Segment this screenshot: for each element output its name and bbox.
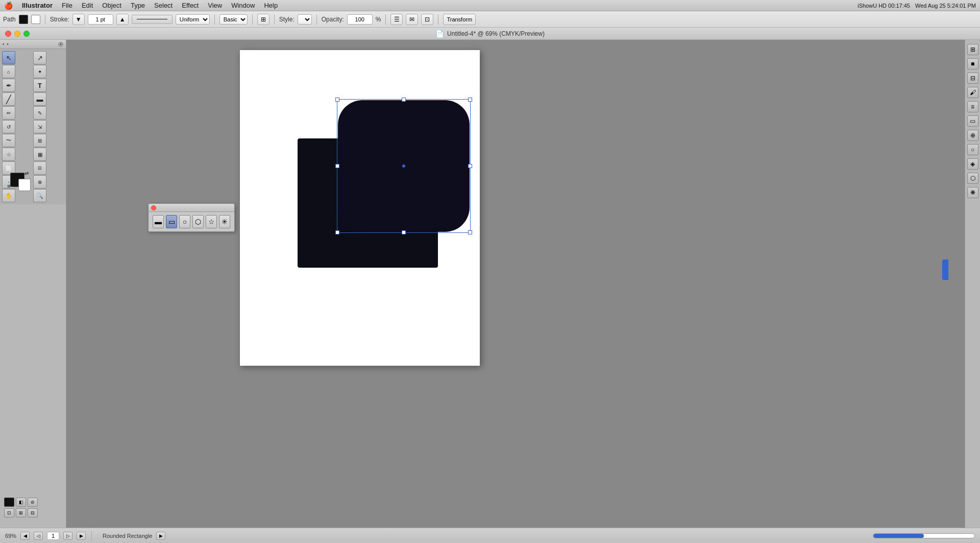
stroke-weight-up[interactable]: ▲ <box>116 14 129 25</box>
column-graph-tool-btn[interactable]: ▦ <box>33 148 46 161</box>
rounded-rect-shape-btn[interactable]: ▭ <box>166 215 177 228</box>
symbol-sprayer-tool-btn[interactable]: ☆ <box>2 148 15 161</box>
libraries-icon[interactable]: ⊞ <box>967 44 978 55</box>
shape-panel-close-btn[interactable] <box>151 205 156 210</box>
draw-normal-btn[interactable]: ⊡ <box>4 508 14 517</box>
document-icon: 📄 <box>435 30 444 38</box>
fill-swatch[interactable] <box>19 15 28 24</box>
right-panel: ⊞ ■ ⊟ 🖌 ≡ ▭ ⊕ ○ ◈ ⬡ ❋ <box>965 40 980 528</box>
minimize-window-btn[interactable] <box>14 31 20 37</box>
apple-menu[interactable]: 🍎 <box>4 2 13 10</box>
appearance-icon[interactable]: ⊕ <box>967 130 978 141</box>
menu-file[interactable]: File <box>62 2 72 9</box>
draw-inside-btn[interactable]: ⊞ <box>16 508 26 517</box>
nav-last-btn[interactable]: ▷ <box>63 532 72 540</box>
default-colors-btn[interactable]: ⊠ <box>7 184 11 188</box>
lasso-tool-btn[interactable]: ⌂ <box>2 65 15 78</box>
options-bar: Path Stroke: ▼ ▲ Uniform Basic ⊞ Style: … <box>0 11 980 28</box>
layers-icon[interactable]: ⬡ <box>967 173 978 184</box>
stroke-swatch[interactable] <box>31 15 40 24</box>
nav-prev-btn[interactable]: ◀ <box>20 532 30 540</box>
close-window-btn[interactable] <box>5 31 11 37</box>
menu-object[interactable]: Object <box>102 2 121 9</box>
pen-tool-btn[interactable]: ✒ <box>2 79 15 92</box>
direct-selection-tool-btn[interactable]: ↗ <box>33 51 46 64</box>
color-panel-icon[interactable]: ■ <box>967 58 978 69</box>
stroke-profile-select[interactable]: Basic <box>219 14 248 25</box>
stroke-weight-input[interactable] <box>88 14 113 25</box>
menu-effect[interactable]: Effect <box>182 2 199 9</box>
swatches-panel-icon[interactable]: ⊟ <box>967 73 978 84</box>
document-title: Untitled-4* @ 69% (CMYK/Preview) <box>447 30 545 37</box>
menu-type[interactable]: Type <box>131 2 145 9</box>
pencil-tool-btn[interactable]: ✎ <box>33 106 46 120</box>
style-select[interactable] <box>298 14 312 25</box>
rectangle-shape-btn[interactable]: ▬ <box>153 215 164 228</box>
pathfinder-icon[interactable]: ◈ <box>967 158 978 170</box>
menu-view[interactable]: View <box>208 2 222 9</box>
menu-window[interactable]: Window <box>231 2 255 9</box>
paintbrush-tool-btn[interactable]: ✏ <box>2 106 15 120</box>
gradient-indicator[interactable]: ◧ <box>16 498 26 507</box>
blue-side-tab[interactable] <box>942 259 948 280</box>
shape-panel-body: ▬ ▭ ○ ⬡ ☆ ✳ <box>149 212 234 231</box>
stroke-weight-down[interactable]: ▼ <box>72 14 85 25</box>
shape-panel-header[interactable] <box>149 204 234 212</box>
zoom-window-btn[interactable] <box>23 31 30 37</box>
recorder-status: iShowU HD 00:17:45 <box>857 3 910 9</box>
warp-tool-btn[interactable]: 〜 <box>2 134 15 147</box>
rotate-tool-btn[interactable]: ↺ <box>2 120 15 133</box>
toolbar-close-btn[interactable]: × <box>58 42 63 47</box>
line-segment-tool-btn[interactable]: ╱ <box>2 92 15 106</box>
align-icon[interactable]: ○ <box>967 144 978 155</box>
menu-help[interactable]: Help <box>264 2 278 9</box>
toolbar: • • × ↖ ↗ ⌂ ✦ ✒ T ╱ ▬ ✏ ✎ ↺ ⇲ 〜 ⊞ ☆ <box>0 40 66 528</box>
scale-tool-btn[interactable]: ⇲ <box>33 120 46 133</box>
selection-tool-btn[interactable]: ↖ <box>2 51 15 64</box>
status-progress-bar <box>873 533 975 538</box>
flare-shape-btn[interactable]: ✳ <box>219 215 230 228</box>
stroke-type-select[interactable]: Uniform <box>176 14 210 25</box>
center-dot <box>402 164 405 168</box>
fill-indicator[interactable] <box>4 498 14 507</box>
transform-button[interactable]: Transform <box>443 14 476 25</box>
menubar-right: iShowU HD 00:17:45 Wed Aug 25 5:24:01 PM <box>857 3 976 9</box>
width-height-link-btn[interactable]: ⊞ <box>257 14 270 25</box>
menu-illustrator[interactable]: Illustrator <box>22 2 53 9</box>
opacity-input[interactable] <box>347 14 373 25</box>
page-number-input[interactable] <box>47 532 59 540</box>
tool-options-arrow[interactable]: ▶ <box>156 532 165 540</box>
free-transform-tool-btn[interactable]: ⊞ <box>33 134 46 147</box>
transform-btn[interactable]: ⊡ <box>421 14 433 25</box>
type-tool-btn[interactable]: T <box>33 79 46 92</box>
envelope-btn[interactable]: ✉ <box>406 14 418 25</box>
graphic-styles-icon[interactable]: ▭ <box>967 115 978 127</box>
shape-front-selected[interactable] <box>338 100 470 232</box>
toolbar-drag-handle[interactable]: • • <box>3 41 9 47</box>
symbols-panel-icon[interactable]: ≡ <box>967 101 978 112</box>
nav-first-btn[interactable]: ◁ <box>34 532 43 540</box>
stroke-preview[interactable] <box>132 15 173 24</box>
nav-next-btn[interactable]: ▶ <box>77 532 86 540</box>
artboards-icon[interactable]: ❋ <box>967 187 978 198</box>
polygon-shape-btn[interactable]: ⬡ <box>192 215 204 228</box>
none-indicator[interactable]: ⊘ <box>28 498 38 507</box>
background-color-swatch[interactable] <box>18 179 31 191</box>
handle-br[interactable] <box>468 230 472 234</box>
active-tool-label: Rounded Rectangle <box>103 533 152 539</box>
brushes-panel-icon[interactable]: 🖌 <box>967 87 978 98</box>
handle-tr[interactable] <box>468 98 472 102</box>
handle-tl[interactable] <box>335 98 339 102</box>
rectangle-tool-btn[interactable]: ▬ <box>33 92 46 106</box>
swap-colors-btn[interactable]: ⇄ <box>24 171 29 176</box>
star-shape-btn[interactable]: ☆ <box>206 215 217 228</box>
menu-select[interactable]: Select <box>154 2 173 9</box>
status-progress-fill <box>873 534 924 538</box>
style-label: Style: <box>279 16 295 23</box>
canvas-area[interactable]: ▬ ▭ ○ ⬡ ☆ ✳ <box>66 40 965 528</box>
magic-wand-tool-btn[interactable]: ✦ <box>33 65 46 78</box>
menu-edit[interactable]: Edit <box>82 2 93 9</box>
draw-behind-btn[interactable]: ⊟ <box>28 508 38 517</box>
ellipse-shape-btn[interactable]: ○ <box>179 215 190 228</box>
reorder-btn[interactable]: ☰ <box>390 14 403 25</box>
